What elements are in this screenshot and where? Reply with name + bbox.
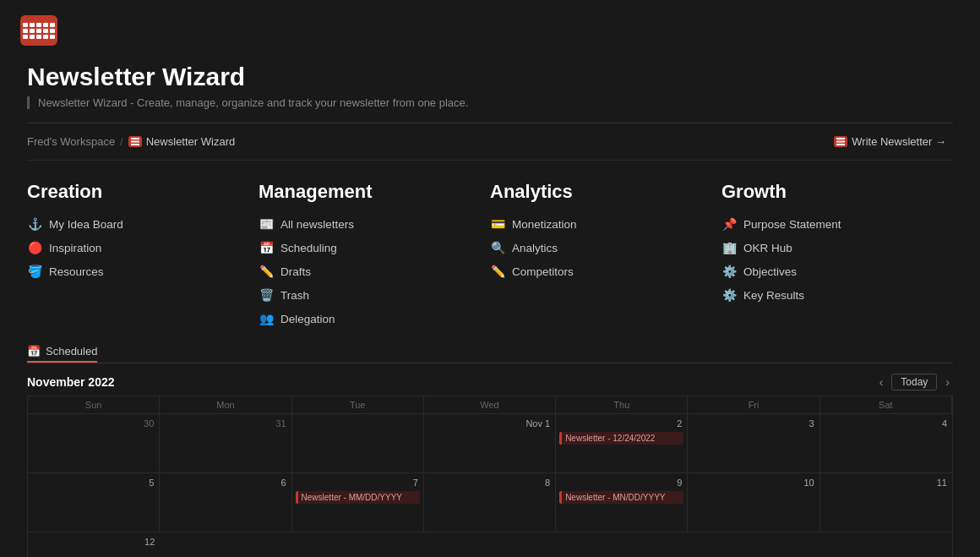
page-title: Newsletter Wizard xyxy=(27,63,953,91)
cal-date-nov3: 3 xyxy=(691,418,815,429)
delegation-icon: 👥 xyxy=(259,311,274,326)
scheduled-tab[interactable]: 📅 Scheduled xyxy=(27,340,97,363)
cal-date-nov11: 11 xyxy=(824,477,949,489)
cal-header-sat: Sat xyxy=(820,396,952,414)
cal-next-btn[interactable]: › xyxy=(942,374,953,390)
breadcrumb-page[interactable]: Newsletter Wizard xyxy=(146,135,235,148)
link-scheduling[interactable]: 📅 Scheduling xyxy=(259,240,490,255)
key-results-icon: ⚙️ xyxy=(721,287,737,303)
okr-icon: 🏢 xyxy=(721,240,737,255)
trash-icon: 🗑️ xyxy=(259,287,274,303)
cal-cell-nov11: 11 xyxy=(820,473,952,532)
cal-date-nov8: 8 xyxy=(427,477,552,489)
management-links: 📰 All newsletters 📅 Scheduling ✏️ Drafts… xyxy=(259,216,490,326)
cal-cell-nov9: 9 Newsletter - MN/DD/YYYY xyxy=(556,473,688,532)
cal-today-btn[interactable]: Today xyxy=(891,374,937,390)
link-trash[interactable]: 🗑️ Trash xyxy=(259,287,490,303)
svg-rect-2 xyxy=(131,144,139,145)
svg-rect-5 xyxy=(836,144,845,145)
scheduled-tab-label: Scheduled xyxy=(46,345,97,358)
creation-section: Creation ⚓ My Idea Board 🔴 Inspiration 🪣… xyxy=(27,181,259,326)
cal-cell-nov3: 3 xyxy=(688,414,819,473)
cal-header-fri: Fri xyxy=(688,396,819,414)
analytics-links: 💳 Monetization 🔍 Analytics ✏️ Competitor… xyxy=(490,216,721,279)
purpose-icon: 📌 xyxy=(721,216,737,232)
cal-date-oct30: 30 xyxy=(31,418,155,429)
sections-grid: Creation ⚓ My Idea Board 🔴 Inspiration 🪣… xyxy=(0,161,980,340)
link-idea-board[interactable]: ⚓ My Idea Board xyxy=(27,216,259,232)
svg-rect-3 xyxy=(836,138,845,139)
management-section: Management 📰 All newsletters 📅 Schedulin… xyxy=(259,181,490,326)
bucket-icon: 🪣 xyxy=(27,264,42,279)
breadcrumb-icon xyxy=(128,136,142,147)
cal-cell-nov5: 5 xyxy=(28,473,160,532)
link-key-results[interactable]: ⚙️ Key Results xyxy=(721,287,953,303)
link-competitors[interactable]: ✏️ Competitors xyxy=(490,264,721,279)
link-competitors-label: Competitors xyxy=(512,265,574,278)
svg-rect-0 xyxy=(131,138,139,139)
link-all-newsletters[interactable]: 📰 All newsletters xyxy=(259,216,490,232)
anchor-icon: ⚓ xyxy=(27,216,42,232)
link-drafts[interactable]: ✏️ Drafts xyxy=(259,264,490,279)
cal-event-nov2[interactable]: Newsletter - 12/24/2022 xyxy=(559,432,683,445)
cal-date-empty xyxy=(296,418,420,419)
cal-date-nov12: 12 xyxy=(31,536,156,548)
cal-event-nov7[interactable]: Newsletter - MM/DD/YYYY xyxy=(296,491,420,504)
drafts-icon: ✏️ xyxy=(259,264,274,279)
link-delegation[interactable]: 👥 Delegation xyxy=(259,311,490,326)
link-trash-label: Trash xyxy=(280,289,309,302)
cal-month: November 2022 xyxy=(27,375,115,389)
growth-links: 📌 Purpose Statement 🏢 OKR Hub ⚙️ Objecti… xyxy=(721,216,953,303)
write-newsletter-button[interactable]: Write Newsletter → xyxy=(827,132,953,151)
cal-cell-empty xyxy=(292,414,424,473)
breadcrumb-separator: / xyxy=(120,135,123,148)
newsletter-icon: 📰 xyxy=(259,216,274,232)
link-all-newsletters-label: All newsletters xyxy=(280,218,354,231)
cal-cell-oct30: 30 xyxy=(28,414,160,473)
link-okr-hub[interactable]: 🏢 OKR Hub xyxy=(721,240,953,255)
cal-event-nov9[interactable]: Newsletter - MN/DD/YYYY xyxy=(559,491,683,504)
objectives-icon: ⚙️ xyxy=(721,264,737,279)
breadcrumb-bar: Fred's Workspace / Newsletter Wizard Wri… xyxy=(0,123,980,160)
growth-title: Growth xyxy=(721,181,953,203)
monetization-icon: 💳 xyxy=(490,216,505,232)
link-inspiration[interactable]: 🔴 Inspiration xyxy=(27,240,259,255)
link-key-results-label: Key Results xyxy=(743,289,804,302)
link-monetization[interactable]: 💳 Monetization xyxy=(490,216,721,232)
cal-date-nov9: 9 xyxy=(559,477,683,489)
link-resources-label: Resources xyxy=(49,265,104,278)
growth-section: Growth 📌 Purpose Statement 🏢 OKR Hub ⚙️ … xyxy=(721,181,953,326)
circle-icon: 🔴 xyxy=(27,240,42,255)
competitors-icon: ✏️ xyxy=(490,264,505,279)
link-objectives[interactable]: ⚙️ Objectives xyxy=(721,264,953,279)
cal-header-sun: Sun xyxy=(28,396,160,414)
cal-date-nov5: 5 xyxy=(31,477,155,489)
calendar-section: 📅 Scheduled November 2022 ‹ Today › Sun … xyxy=(0,340,980,557)
analytics-icon: 🔍 xyxy=(490,240,505,255)
management-title: Management xyxy=(259,181,490,203)
cal-cell-nov10: 10 xyxy=(688,473,819,532)
cal-cell-nov2: 2 Newsletter - 12/24/2022 xyxy=(556,414,688,473)
cal-date-nov1: Nov 1 xyxy=(427,418,552,429)
link-purpose[interactable]: 📌 Purpose Statement xyxy=(721,216,953,232)
link-scheduling-label: Scheduling xyxy=(280,242,337,254)
calendar-tab-icon: 📅 xyxy=(27,345,41,358)
top-bar xyxy=(0,0,980,54)
write-btn-icon xyxy=(834,136,847,147)
cal-header-thu: Thu xyxy=(556,396,688,414)
cal-date-nov2: 2 xyxy=(559,418,683,429)
link-objectives-label: Objectives xyxy=(743,265,797,278)
link-okr-hub-label: OKR Hub xyxy=(743,242,792,254)
svg-rect-4 xyxy=(836,141,845,143)
calendar-header: November 2022 ‹ Today › xyxy=(27,370,953,396)
cal-prev-btn[interactable]: ‹ xyxy=(876,374,887,390)
cal-cell-nov8: 8 xyxy=(424,473,556,532)
cal-cell-nov7: 7 Newsletter - MM/DD/YYYY xyxy=(292,473,424,532)
link-resources[interactable]: 🪣 Resources xyxy=(27,264,259,279)
workspace-label[interactable]: Fred's Workspace xyxy=(27,135,115,148)
cal-date-nov6: 6 xyxy=(163,477,287,489)
link-analytics[interactable]: 🔍 Analytics xyxy=(490,240,721,255)
analytics-section: Analytics 💳 Monetization 🔍 Analytics ✏️ … xyxy=(490,181,721,326)
creation-title: Creation xyxy=(27,181,259,203)
cal-header-mon: Mon xyxy=(160,396,291,414)
